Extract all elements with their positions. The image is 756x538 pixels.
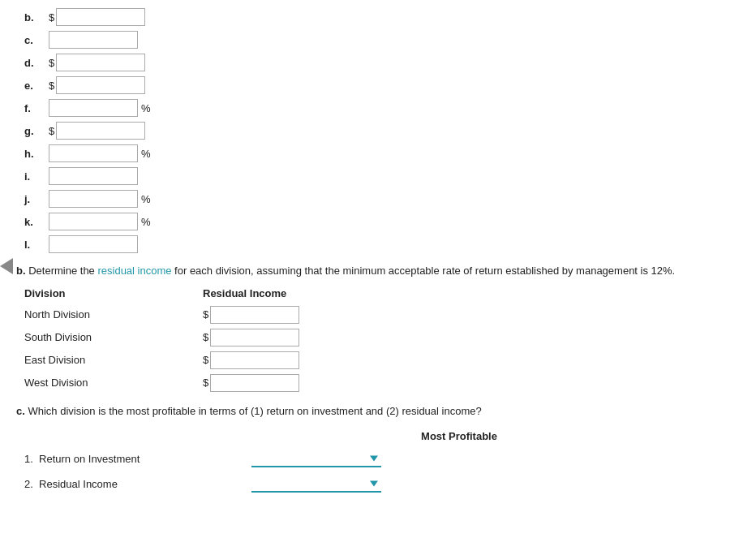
division-row-north: North Division $: [24, 306, 740, 324]
profitable-row-residual: 2. Residual Income North Division South …: [16, 476, 740, 493]
percent-label-k: %: [141, 216, 151, 228]
row-label-e: e.: [24, 80, 49, 92]
dollar-sign-b: $: [49, 11, 54, 24]
input-row-g: g. $: [16, 122, 740, 140]
division-table: Division Residual Income North Division …: [24, 287, 740, 392]
most-profitable-header: Most Profitable: [16, 430, 740, 442]
input-e[interactable]: [56, 76, 145, 94]
residual-dropdown[interactable]: North Division South Division East Divis…: [251, 476, 381, 491]
input-g[interactable]: [56, 122, 145, 140]
north-division-label: North Division: [24, 308, 203, 321]
input-j[interactable]: [49, 190, 138, 208]
section-b-label: b.: [16, 265, 26, 277]
north-division-input[interactable]: [210, 306, 299, 324]
row-label-i: i.: [24, 170, 49, 183]
east-division-label: East Division: [24, 354, 203, 366]
row-label-h: h.: [24, 148, 49, 160]
section-b-instruction: b. Determine the residual income for eac…: [16, 263, 740, 279]
residual-income-link[interactable]: residual income: [97, 265, 171, 277]
input-row-c: c.: [16, 31, 740, 49]
roi-label: 1. Return on Investment: [24, 453, 251, 465]
input-row-k: k. %: [16, 213, 740, 230]
west-division-input-group: $: [203, 374, 299, 392]
percent-label-j: %: [141, 193, 151, 205]
division-row-west: West Division $: [24, 374, 740, 392]
input-k[interactable]: [49, 213, 138, 230]
south-division-input[interactable]: [210, 329, 299, 346]
section-b-text-suffix: for each division, assuming that the min…: [172, 265, 676, 277]
roi-dropdown[interactable]: North Division South Division East Divis…: [251, 450, 381, 466]
percent-label-h: %: [141, 148, 151, 160]
north-division-input-group: $: [203, 306, 299, 324]
row-label-j: j.: [24, 193, 49, 205]
input-row-e: e. $: [16, 76, 740, 94]
input-d[interactable]: [56, 54, 145, 71]
section-b-text-prefix: Determine the: [28, 265, 97, 277]
most-profitable-section: Most Profitable 1. Return on Investment …: [16, 430, 740, 493]
east-division-input-group: $: [203, 351, 299, 369]
dollar-sign-g: $: [49, 125, 54, 137]
page-container: b. $ c. d. $ e. $ f. % g. $: [0, 0, 756, 538]
section-c-text: Which division is the most profitable in…: [28, 405, 481, 417]
row-label-l: l.: [24, 239, 49, 251]
top-inputs-section: b. $ c. d. $ e. $ f. % g. $: [16, 8, 740, 253]
south-division-label: South Division: [24, 331, 203, 343]
dollar-sign-d: $: [49, 57, 54, 69]
input-c[interactable]: [49, 31, 138, 49]
input-row-j: j. %: [16, 190, 740, 208]
input-h[interactable]: [49, 144, 138, 162]
north-dollar-sign: $: [203, 308, 208, 321]
profitable-row-roi: 1. Return on Investment North Division S…: [16, 450, 740, 467]
row-label-c: c.: [24, 34, 49, 46]
input-b[interactable]: [56, 8, 145, 26]
division-table-header: Division Residual Income: [24, 287, 740, 299]
division-column-header: Division: [24, 287, 203, 299]
south-division-input-group: $: [203, 329, 299, 346]
input-row-i: i.: [16, 167, 740, 185]
row-label-f: f.: [24, 102, 49, 114]
division-row-east: East Division $: [24, 351, 740, 369]
division-row-south: South Division $: [24, 329, 740, 346]
input-row-f: f. %: [16, 99, 740, 117]
arrow-indicator: [0, 258, 13, 274]
input-l[interactable]: [49, 235, 138, 253]
roi-dropdown-container: North Division South Division East Divis…: [251, 450, 381, 467]
input-i[interactable]: [49, 167, 138, 185]
west-division-label: West Division: [24, 377, 203, 389]
residual-income-column-header: Residual Income: [203, 287, 333, 299]
section-c-instruction: c. Which division is the most profitable…: [16, 403, 740, 420]
west-division-input[interactable]: [210, 374, 299, 392]
residual-dropdown-container: North Division South Division East Divis…: [251, 476, 381, 493]
section-c-label: c.: [16, 405, 25, 417]
input-row-h: h. %: [16, 144, 740, 162]
row-label-g: g.: [24, 125, 49, 137]
residual-label: 2. Residual Income: [24, 478, 251, 490]
input-row-d: d. $: [16, 54, 740, 71]
south-dollar-sign: $: [203, 331, 208, 343]
input-row-b: b. $: [16, 8, 740, 26]
row-label-k: k.: [24, 216, 49, 228]
percent-label-f: %: [141, 102, 151, 114]
row-label-d: d.: [24, 57, 49, 69]
row-label-b: b.: [24, 11, 49, 24]
west-dollar-sign: $: [203, 377, 208, 389]
east-dollar-sign: $: [203, 354, 208, 366]
input-row-l: l.: [16, 235, 740, 253]
input-f[interactable]: [49, 99, 138, 117]
dollar-sign-e: $: [49, 80, 54, 92]
east-division-input[interactable]: [210, 351, 299, 369]
